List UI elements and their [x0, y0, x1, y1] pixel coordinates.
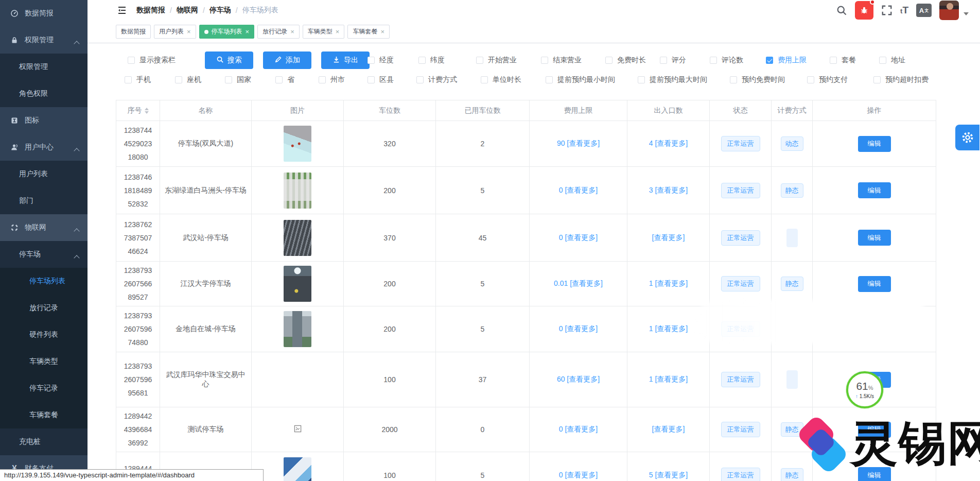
filter-checkbox-评论数[interactable]: 评论数	[710, 56, 743, 65]
tab-数据简报[interactable]: 数据简报	[116, 25, 151, 39]
view-more-link[interactable]: [查看更多]	[652, 425, 685, 433]
speed-indicator-widget[interactable]: 61% ↑ 1.5K/s	[846, 371, 883, 408]
tab-用户列表[interactable]: 用户列表×	[154, 25, 196, 39]
filter-checkbox-预约超时扣费[interactable]: 预约超时扣费	[873, 75, 929, 84]
checkbox-box[interactable]	[605, 57, 612, 64]
breadcrumb-item[interactable]: 停车场	[209, 6, 231, 15]
language-switch-icon[interactable]: A文	[916, 4, 932, 17]
sidebar-item-11[interactable]: 放行记录	[0, 295, 87, 321]
column-header-序号[interactable]: 序号	[116, 100, 160, 121]
checkbox-box[interactable]	[416, 76, 424, 83]
sidebar-item-3[interactable]: 角色权限	[0, 80, 87, 107]
sidebar-item-15[interactable]: 车辆套餐	[0, 402, 87, 428]
checkbox-box[interactable]	[546, 76, 553, 83]
checkbox-box[interactable]	[879, 57, 886, 64]
filter-checkbox-套餐[interactable]: 套餐	[830, 56, 856, 65]
checkbox-box[interactable]	[367, 57, 375, 64]
sidebar-item-10[interactable]: 停车场列表	[0, 268, 87, 295]
sidebar-item-7[interactable]: 部门	[0, 187, 87, 214]
checkbox-box[interactable]	[481, 76, 488, 83]
checkbox-box[interactable]	[367, 76, 375, 83]
edit-button[interactable]: 编辑	[858, 182, 891, 198]
sidebar-item-2[interactable]: 权限管理	[0, 54, 87, 80]
view-more-link[interactable]: [查看更多]	[565, 471, 598, 479]
search-button[interactable]: 搜索	[205, 51, 253, 69]
filter-checkbox-结束营业[interactable]: 结束营业	[541, 56, 582, 65]
sidebar-item-12[interactable]: 硬件列表	[0, 321, 87, 348]
filter-checkbox-预约支付[interactable]: 预约支付	[807, 75, 848, 84]
filter-checkbox-评分[interactable]: 评分	[660, 56, 686, 65]
tab-放行记录[interactable]: 放行记录×	[257, 25, 300, 39]
filter-checkbox-提前预约最小时间[interactable]: 提前预约最小时间	[546, 75, 615, 84]
view-more-link[interactable]: [查看更多]	[570, 279, 603, 287]
parking-photo[interactable]	[284, 266, 311, 302]
view-more-link[interactable]: [查看更多]	[655, 186, 688, 194]
checkbox-box[interactable]	[873, 76, 881, 83]
search-icon[interactable]	[836, 5, 847, 16]
sidebar-item-14[interactable]: 停车记录	[0, 375, 87, 402]
bug-report-button[interactable]	[855, 1, 873, 20]
filter-checkbox-国家[interactable]: 国家	[225, 75, 251, 84]
export-button[interactable]: 导出	[321, 51, 370, 69]
view-more-link[interactable]: [查看更多]	[565, 233, 598, 242]
filter-checkbox-开始营业[interactable]: 开始营业	[476, 56, 517, 65]
filter-checkbox-免费时长[interactable]: 免费时长	[605, 56, 646, 65]
text-size-icon[interactable]: tT	[900, 5, 908, 16]
settings-gear-button[interactable]	[955, 125, 979, 150]
view-more-link[interactable]: [查看更多]	[567, 139, 600, 147]
checkbox-box[interactable]	[660, 57, 667, 64]
sidebar-item-5[interactable]: 用户中心	[0, 134, 87, 161]
close-icon[interactable]: ×	[380, 28, 384, 35]
checkbox-box[interactable]	[128, 57, 135, 64]
view-more-link[interactable]: [查看更多]	[655, 139, 688, 147]
close-icon[interactable]: ×	[290, 28, 294, 35]
parking-photo[interactable]	[284, 457, 311, 481]
checkbox-box[interactable]	[638, 76, 645, 83]
checkbox-box[interactable]	[541, 57, 548, 64]
edit-button[interactable]: 编辑	[858, 276, 891, 292]
checkbox-box[interactable]	[319, 76, 326, 83]
sidebar-item-1[interactable]: 权限管理	[0, 27, 87, 54]
checkbox-box[interactable]	[225, 76, 232, 83]
view-more-link[interactable]: [查看更多]	[655, 375, 688, 383]
filter-checkbox-区县[interactable]: 区县	[367, 75, 394, 84]
parking-photo[interactable]	[284, 311, 311, 347]
edit-button[interactable]: 编辑	[858, 136, 891, 152]
hamburger-icon[interactable]	[117, 5, 127, 15]
tab-停车场列表[interactable]: 停车场列表×	[199, 25, 255, 39]
close-icon[interactable]: ×	[246, 28, 250, 35]
view-more-link[interactable]: [查看更多]	[567, 375, 600, 383]
view-more-link[interactable]: [查看更多]	[565, 425, 598, 433]
checkbox-box[interactable]	[830, 57, 837, 64]
view-more-link[interactable]: [查看更多]	[652, 233, 685, 242]
filter-checkbox-地址[interactable]: 地址	[879, 56, 905, 65]
filter-checkbox-显示搜索栏[interactable]: 显示搜索栏	[128, 56, 176, 65]
filter-checkbox-座机[interactable]: 座机	[175, 75, 201, 84]
filter-checkbox-提前预约最大时间[interactable]: 提前预约最大时间	[638, 75, 707, 84]
sidebar-item-16[interactable]: 充电桩	[0, 428, 87, 455]
sidebar-item-4[interactable]: 图标	[0, 107, 87, 134]
breadcrumb-item[interactable]: 物联网	[177, 6, 198, 15]
parking-photo[interactable]	[284, 173, 311, 209]
filter-checkbox-纬度[interactable]: 纬度	[418, 56, 445, 65]
avatar[interactable]	[939, 1, 959, 20]
checkbox-box[interactable]	[710, 57, 717, 64]
view-more-link[interactable]: [查看更多]	[565, 186, 598, 194]
tab-车辆类型[interactable]: 车辆类型×	[303, 25, 345, 39]
filter-checkbox-省[interactable]: 省	[275, 75, 294, 84]
filter-checkbox-州市[interactable]: 州市	[319, 75, 345, 84]
checkbox-box[interactable]	[418, 57, 426, 64]
sidebar-item-0[interactable]: 数据简报	[0, 0, 87, 27]
sidebar-item-6[interactable]: 用户列表	[0, 161, 87, 187]
view-more-link[interactable]: [查看更多]	[655, 324, 688, 333]
sidebar-item-13[interactable]: 车辆类型	[0, 348, 87, 375]
checkbox-box[interactable]	[766, 57, 773, 64]
filter-checkbox-计费方式[interactable]: 计费方式	[416, 75, 457, 84]
view-more-link[interactable]: [查看更多]	[655, 471, 688, 479]
sidebar-item-8[interactable]: 物联网	[0, 214, 87, 241]
checkbox-box[interactable]	[125, 76, 132, 83]
parking-photo[interactable]	[284, 126, 311, 162]
sort-carets[interactable]	[145, 108, 149, 114]
checkbox-box[interactable]	[476, 57, 483, 64]
add-button[interactable]: 添加	[263, 51, 311, 69]
